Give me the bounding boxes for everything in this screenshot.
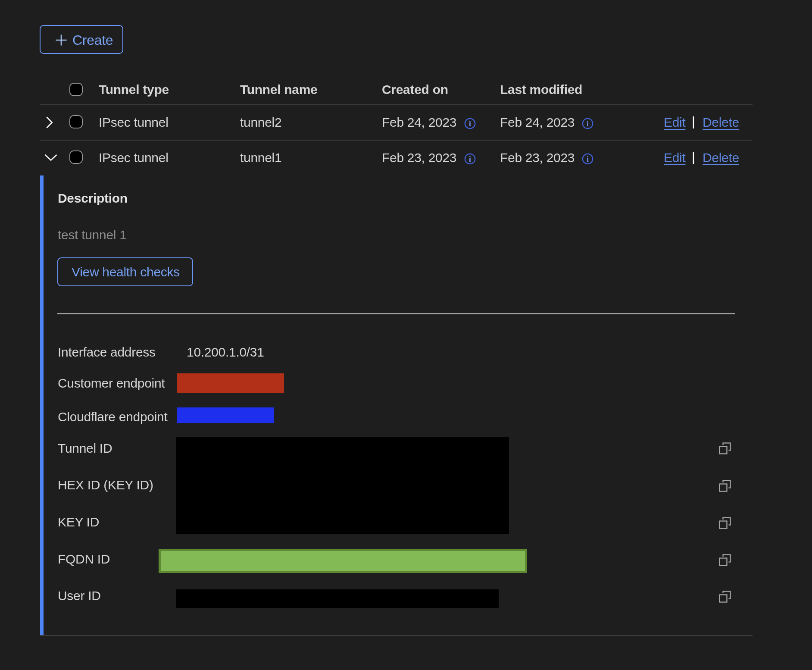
svg-text:i: i xyxy=(587,154,589,163)
svg-text:i: i xyxy=(587,119,589,128)
svg-text:i: i xyxy=(469,154,471,163)
svg-text:i: i xyxy=(469,119,471,128)
